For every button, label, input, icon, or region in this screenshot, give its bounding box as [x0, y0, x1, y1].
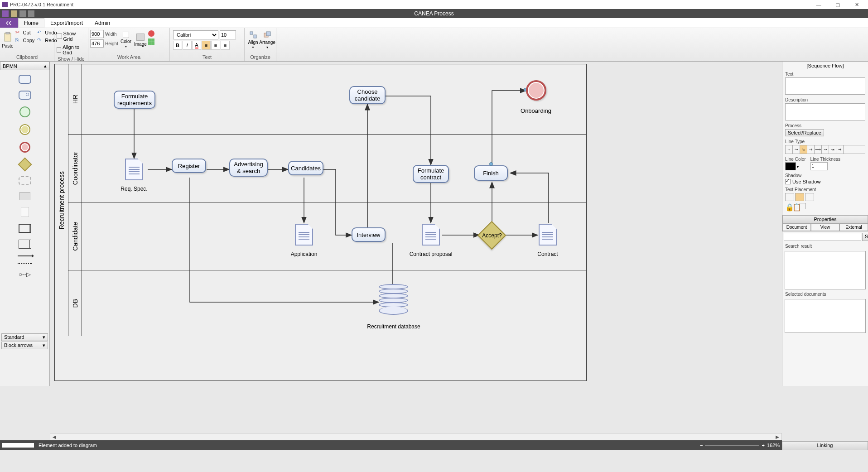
paste-button[interactable]: Paste	[2, 29, 14, 51]
line-type-picker[interactable]: →⤳↳⇢⟿⤻↝⇝	[785, 145, 865, 154]
tab-admin[interactable]: Admin	[89, 18, 116, 28]
ribbon-tabs: Home Export/Import Admin	[0, 18, 868, 28]
shapes-category-block[interactable]: Block arrows▾	[1, 342, 48, 349]
shape-annotation[interactable]	[21, 207, 29, 217]
task-choose-candidate[interactable]: Choose candidate	[349, 86, 386, 104]
tab-export-import[interactable]: Export/Import	[44, 18, 89, 28]
task-formulate-contract[interactable]: Formulate contract	[413, 165, 449, 183]
font-size-input[interactable]	[220, 30, 236, 39]
clipboard-icon	[3, 32, 12, 43]
shape-start-event[interactable]	[19, 106, 30, 117]
record-icon[interactable]	[148, 30, 154, 37]
font-color-button[interactable]: A	[192, 41, 201, 50]
task-advertising[interactable]: Advertising & search	[229, 159, 268, 177]
app-icon	[2, 2, 8, 7]
zoom-in-icon[interactable]: +	[762, 443, 764, 448]
lock-icon[interactable]: 🔒	[785, 203, 791, 209]
bold-button[interactable]: B	[173, 41, 182, 50]
align-grid-checkbox[interactable]: Align to Grid	[56, 44, 86, 56]
database[interactable]	[379, 284, 408, 316]
height-input[interactable]	[90, 39, 104, 48]
task-formulate-requirements[interactable]: Formulate requirements	[114, 91, 155, 109]
shape-intermediate-event[interactable]	[19, 124, 30, 135]
align-button[interactable]: Align▼	[246, 29, 260, 51]
prop-tab-view[interactable]: View	[811, 223, 839, 231]
minimize-button[interactable]: —	[810, 0, 828, 9]
maximize-button[interactable]: ▢	[829, 0, 847, 9]
image-button[interactable]: Image	[134, 29, 147, 51]
color-button[interactable]: Color▼	[119, 29, 133, 51]
ribbon: Paste ✂Cut ⎘Copy ↶Undo ↷Redo Clipboard S…	[0, 28, 868, 62]
task-candidates[interactable]: Candidates	[288, 161, 323, 175]
italic-button[interactable]: I	[183, 41, 192, 50]
zoom-slider[interactable]	[705, 445, 759, 446]
description-input[interactable]	[785, 103, 865, 120]
shape-association[interactable]: ○--▷	[19, 271, 31, 278]
selected-docs-list[interactable]	[785, 299, 866, 333]
scissors-icon: ✂	[15, 29, 22, 36]
align-right-button[interactable]: ≡	[221, 41, 230, 50]
shape-subprocess[interactable]	[19, 91, 31, 100]
align-center-button[interactable]: ≡	[211, 41, 220, 50]
show-grid-checkbox[interactable]: Show Grid	[56, 30, 86, 42]
linking-header: Linking	[782, 441, 868, 450]
box-icon[interactable]	[800, 203, 806, 209]
use-shadow-checkbox[interactable]: ✓Use Shadow	[785, 179, 865, 184]
canvas-scrollbar[interactable]: ◀ ▶	[50, 433, 782, 440]
selection-handle[interactable]	[489, 162, 493, 166]
task-register[interactable]: Register	[172, 159, 206, 173]
copy-button[interactable]: ⎘Copy	[14, 37, 36, 44]
arrange-button[interactable]: Arrange▼	[260, 29, 274, 51]
grid-icon[interactable]	[148, 39, 154, 45]
doc-contract[interactable]	[539, 224, 557, 246]
line-color-picker[interactable]	[785, 162, 796, 170]
zoom-out-icon[interactable]: −	[700, 443, 703, 448]
text-placement-buttons[interactable]	[785, 193, 865, 201]
group-label-clipboard: Clipboard	[2, 54, 52, 60]
shape-group[interactable]	[19, 176, 31, 185]
font-select[interactable]: Calibri	[173, 30, 218, 39]
shape-gateway[interactable]	[18, 157, 32, 171]
shape-pool[interactable]	[19, 224, 31, 233]
prop-tab-document[interactable]: Document	[782, 223, 811, 231]
progress-indicator	[2, 443, 34, 448]
line-thickness-input[interactable]	[810, 162, 828, 170]
doc-application[interactable]	[295, 224, 313, 246]
copy-style-icon[interactable]: 📋	[792, 203, 799, 209]
doc-contract-proposal[interactable]	[422, 224, 440, 246]
tab-home[interactable]: Home	[18, 18, 44, 28]
text-input[interactable]	[785, 77, 865, 95]
color-swatch-icon	[123, 32, 129, 38]
shape-data-object[interactable]	[19, 192, 30, 200]
prop-tab-external[interactable]: External	[839, 223, 868, 231]
end-event-onboarding[interactable]	[526, 80, 546, 101]
task-finish[interactable]: Finish	[474, 165, 508, 181]
app-menu-button[interactable]	[0, 18, 18, 28]
svg-rect-5	[266, 32, 270, 36]
pool-title[interactable]: Recruitment process	[55, 64, 68, 336]
task-interview[interactable]: Interview	[352, 227, 386, 242]
width-input[interactable]	[90, 30, 104, 38]
status-message: Element added to diagram	[39, 443, 97, 448]
align-left-button[interactable]: ≡	[202, 41, 211, 50]
shape-end-event[interactable]	[19, 142, 30, 153]
cut-button[interactable]: ✂Cut	[14, 29, 36, 36]
canvas[interactable]: Recruitment process HR Coordinator Candi…	[50, 62, 782, 386]
titlebar: PRC-0472-v.0.1 Recruitment — ▢ ✕	[0, 0, 868, 9]
shape-sequence-flow[interactable]	[18, 255, 32, 256]
shape-task[interactable]	[19, 75, 31, 84]
zoom-level: 162%	[767, 443, 780, 448]
properties-search-input[interactable]	[784, 233, 861, 241]
group-label-show: Show / Hide	[56, 56, 86, 62]
search-button[interactable]: Search	[862, 233, 868, 241]
search-results-list[interactable]	[785, 251, 866, 289]
shapes-category-standard[interactable]: Standard▾	[1, 333, 48, 341]
select-replace-button[interactable]: Select/Replace	[785, 129, 824, 136]
undo-icon: ↶	[37, 29, 43, 36]
close-button[interactable]: ✕	[848, 0, 866, 9]
shape-message-flow[interactable]	[18, 263, 32, 264]
image-icon	[136, 34, 145, 41]
shapes-header[interactable]: BPMN▴	[0, 62, 49, 70]
shape-lane[interactable]	[19, 240, 31, 249]
doc-req-spec[interactable]	[125, 159, 143, 180]
